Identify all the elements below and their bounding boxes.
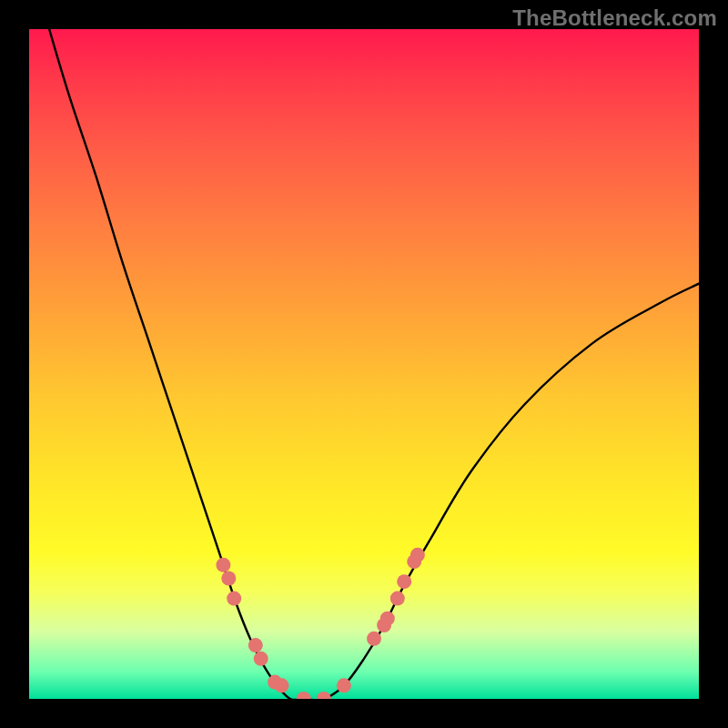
marker-dot [397,574,411,589]
chart-frame: TheBottleneck.com [0,0,728,728]
marker-dot [216,558,230,572]
marker-dot [221,571,236,586]
highlight-markers [216,548,425,699]
marker-dot [254,652,268,666]
marker-dot [380,612,395,626]
marker-dot [227,592,241,606]
marker-dot [248,638,263,652]
marker-dot [337,678,351,693]
bottleneck-curve [49,29,699,699]
watermark-text: TheBottleneck.com [512,5,717,31]
marker-dot [390,592,405,606]
chart-overlay [29,29,699,699]
marker-dot [297,692,311,699]
marker-dot [317,692,331,699]
marker-dot [275,678,289,693]
plot-area [29,29,699,699]
marker-dot [367,632,381,646]
marker-dot [410,548,425,562]
